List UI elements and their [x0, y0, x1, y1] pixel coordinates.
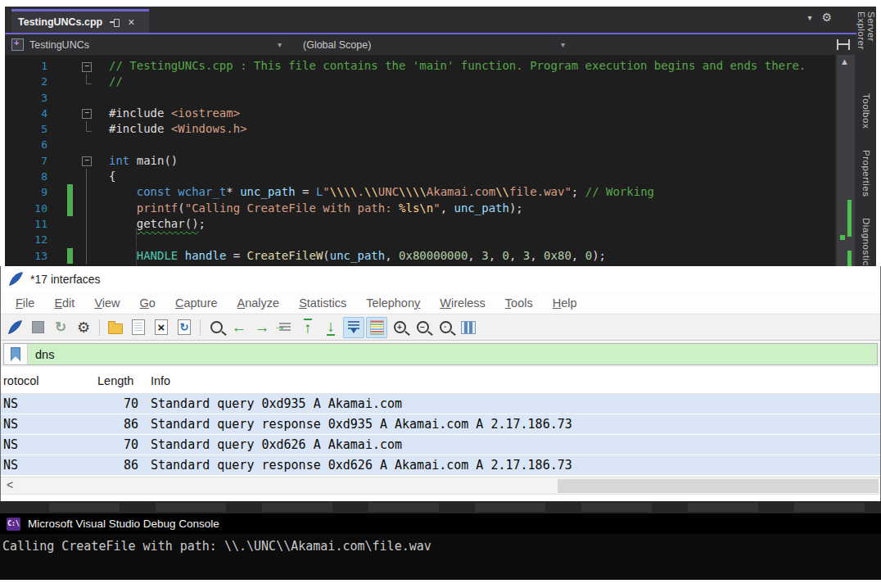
side-tab-toolbox[interactable]: Toolbox	[861, 93, 871, 129]
line-number: 7	[5, 153, 52, 169]
packet-row[interactable]: NS70Standard query 0xd626 A Akamai.com	[1, 435, 880, 455]
menu-capture[interactable]: Capture	[165, 295, 228, 311]
wireshark-window: *17 interfaces FileEditViewGoCaptureAnal…	[0, 266, 881, 501]
zoom-original-icon[interactable]: ·	[435, 317, 456, 338]
code-editor[interactable]: 1−// TestingUNCs.cpp : This file contain…	[5, 55, 835, 266]
code-file-icon	[11, 38, 24, 51]
line-number: 3	[5, 90, 52, 106]
packet-row[interactable]: NS70Standard query 0xd935 A Akamai.com	[1, 394, 880, 414]
go-top-icon[interactable]: ↑	[297, 317, 319, 338]
save-file-icon[interactable]	[128, 317, 149, 338]
type-dropdown[interactable]: TestingUNCs ▾	[5, 36, 288, 53]
toolbar-separator	[99, 319, 100, 336]
column-header-info[interactable]: Info	[151, 374, 170, 387]
menu-analyze[interactable]: Analyze	[228, 295, 290, 311]
code-line: 3	[5, 90, 835, 106]
scroll-up-icon[interactable]: ▲	[840, 57, 849, 66]
code-line: 11 getchar();	[5, 216, 835, 232]
go-bottom-icon[interactable]: ↓	[320, 317, 341, 338]
restart-capture-icon[interactable]: ↻	[50, 317, 71, 338]
vs-document-tab[interactable]: TestingUNCs.cpp ×	[11, 9, 149, 33]
side-tab-server-explorer[interactable]: Server Explorer	[856, 11, 876, 72]
find-packet-icon[interactable]	[206, 317, 227, 338]
code-line: 4−#include <iostream>	[5, 106, 835, 121]
go-forward-icon[interactable]: →	[251, 317, 273, 338]
chevron-down-icon[interactable]: ▾	[807, 13, 811, 24]
cell-protocol: NS	[3, 455, 18, 475]
menu-wireless[interactable]: Wireless	[430, 295, 495, 311]
change-mark	[840, 235, 845, 240]
stop-capture-icon[interactable]	[27, 317, 48, 338]
menu-telephony[interactable]: Telephony	[356, 295, 430, 311]
change-bar	[67, 201, 73, 216]
split-editor-icon[interactable]	[837, 39, 850, 50]
vs-side-tab-strip: Server ExplorerToolboxPropertiesDiagnost…	[856, 7, 876, 266]
wireshark-toolbar: ↻⚙←→↑↓+−·	[1, 314, 880, 341]
code-line: 9 const wchar_t* unc_path = L"\\\\.\\UNC…	[5, 184, 835, 200]
console-titlebar[interactable]: Microsoft Visual Studio Debug Console	[0, 513, 881, 534]
resize-columns-icon[interactable]	[458, 317, 479, 338]
fold-collapse-icon[interactable]: −	[82, 62, 92, 72]
window-title: *17 interfaces	[30, 273, 101, 286]
side-tab-diagnostic[interactable]: Diagnostic	[861, 218, 871, 266]
line-number: 9	[5, 184, 52, 200]
line-number: 1	[5, 58, 52, 74]
go-to-packet-icon[interactable]	[274, 317, 296, 338]
gear-icon[interactable]: ⚙	[821, 11, 832, 24]
menu-edit[interactable]: Edit	[44, 295, 84, 311]
fold-end-line	[86, 74, 92, 84]
toolbar-separator	[200, 319, 201, 336]
cell-protocol: NS	[3, 394, 18, 414]
fold-scope-line	[86, 169, 87, 184]
cell-info: Standard query 0xd626 A Akamai.com	[151, 435, 402, 455]
chevron-down-icon: ▾	[561, 40, 565, 49]
go-back-icon[interactable]: ←	[228, 317, 250, 338]
menu-help[interactable]: Help	[543, 295, 587, 311]
visual-studio-window: TestingUNCs.cpp × ▾ ⚙ TestingUNCs ▾ (Glo…	[5, 7, 876, 266]
menu-statistics[interactable]: Statistics	[289, 295, 356, 311]
column-header-length[interactable]: Length	[97, 374, 133, 387]
packet-list-header: rotocol Length Info	[1, 371, 880, 394]
vs-navigation-bar: TestingUNCs ▾ (Global Scope) ▾	[5, 34, 856, 55]
wireshark-titlebar[interactable]: *17 interfaces	[1, 266, 880, 292]
reload-file-icon[interactable]	[174, 317, 195, 338]
horizontal-scrollbar[interactable]: <	[1, 477, 880, 495]
close-tab-icon[interactable]: ×	[128, 16, 134, 29]
vs-tab-strip: TestingUNCs.cpp × ▾ ⚙	[5, 7, 856, 33]
start-capture-icon[interactable]	[4, 317, 25, 338]
scope-dropdown[interactable]: (Global Scope) ▾	[296, 36, 572, 53]
zoom-out-icon[interactable]: −	[412, 317, 433, 338]
menu-tools[interactable]: Tools	[495, 295, 543, 311]
packet-row[interactable]: NS86Standard query response 0xd626 A Aka…	[1, 455, 880, 475]
fold-collapse-icon[interactable]: −	[82, 156, 92, 166]
fold-scope-line	[86, 201, 87, 216]
menu-file[interactable]: File	[6, 295, 44, 311]
line-number: 12	[5, 232, 52, 247]
scrollbar-thumb[interactable]	[558, 479, 879, 493]
column-header-protocol[interactable]: rotocol	[3, 374, 39, 387]
line-number: 6	[5, 137, 52, 152]
fold-collapse-icon[interactable]: −	[82, 109, 92, 119]
display-filter-input[interactable]: dns	[28, 344, 877, 364]
menu-go[interactable]: Go	[130, 295, 165, 311]
bookmark-icon	[11, 347, 20, 361]
scroll-left-icon[interactable]: <	[7, 478, 13, 491]
editor-scrollbar[interactable]: ▲	[837, 55, 855, 266]
code-line: 5#include <Windows.h>	[5, 121, 835, 137]
auto-scroll-icon[interactable]	[343, 317, 364, 338]
pin-icon[interactable]	[110, 17, 120, 27]
filter-bookmark-button[interactable]	[4, 344, 28, 364]
code-line: 13 HANDLE handle = CreateFileW(unc_path,…	[5, 248, 835, 264]
colorize-icon[interactable]	[366, 317, 387, 338]
cell-length: 70	[83, 394, 138, 414]
side-tab-properties[interactable]: Properties	[861, 150, 871, 197]
capture-options-icon[interactable]: ⚙	[73, 317, 94, 338]
type-dropdown-value: TestingUNCs	[29, 39, 89, 51]
vs-tab-title: TestingUNCs.cpp	[18, 16, 102, 28]
packet-row[interactable]: NS86Standard query response 0xd935 A Aka…	[1, 414, 880, 434]
zoom-in-icon[interactable]: +	[389, 317, 410, 338]
close-file-icon[interactable]	[151, 317, 172, 338]
open-file-icon[interactable]	[105, 317, 126, 338]
menu-view[interactable]: View	[84, 295, 129, 311]
cell-info: Standard query response 0xd935 A Akamai.…	[151, 414, 572, 434]
